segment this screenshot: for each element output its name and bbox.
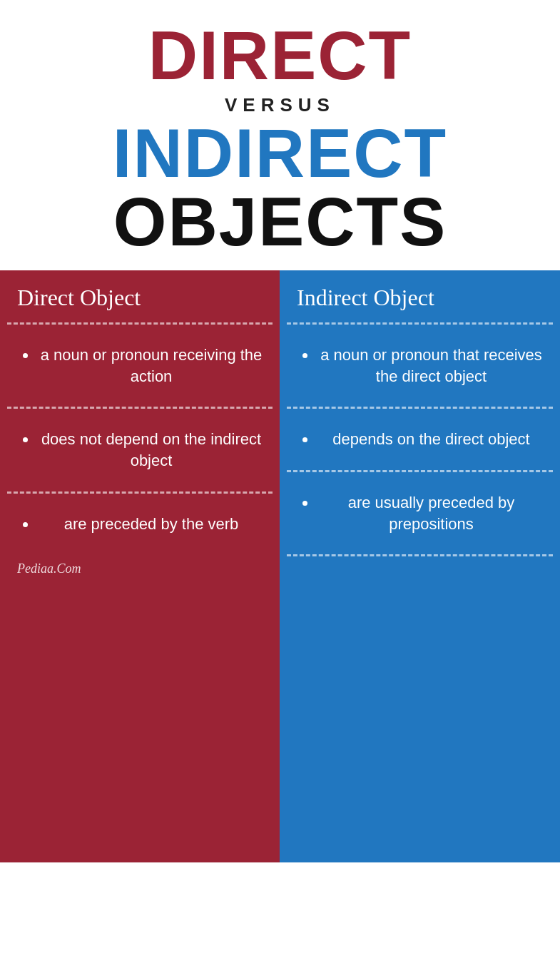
direct-section-2: does not depend on the indirect object [0, 409, 280, 491]
direct-object-heading: Direct Object [0, 270, 280, 322]
header-section: DIRECT VERSUS INDIRECT OBJECTS [0, 0, 560, 270]
direct-object-column: Direct Object a noun or pronoun receivin… [0, 270, 280, 862]
title-objects: OBJECTS [14, 188, 546, 256]
indirect-point-3: are usually preceded by prepositions [317, 492, 543, 534]
title-indirect: INDIRECT [14, 119, 546, 188]
watermark-container: Pediaa.Com [0, 554, 280, 586]
indirect-point-2: depends on the direct object [317, 429, 543, 450]
indirect-object-heading: Indirect Object [280, 270, 560, 322]
indirect-point-1: a noun or pronoun that receives the dire… [317, 345, 543, 387]
indirect-object-column: Indirect Object a noun or pronoun that r… [280, 270, 560, 862]
direct-point-3: are preceded by the verb [37, 514, 263, 535]
title-versus: VERSUS [14, 94, 546, 116]
direct-point-1: a noun or pronoun receiving the action [37, 345, 263, 387]
comparison-section: Direct Object a noun or pronoun receivin… [0, 270, 560, 862]
indirect-section-1: a noun or pronoun that receives the dire… [280, 325, 560, 407]
direct-section-1: a noun or pronoun receiving the action [0, 325, 280, 407]
title-direct: DIRECT [14, 21, 546, 90]
direct-point-2: does not depend on the indirect object [37, 429, 263, 471]
indirect-section-3: are usually preceded by prepositions [280, 472, 560, 554]
direct-section-3: are preceded by the verb [0, 494, 280, 555]
indirect-section-2: depends on the direct object [280, 409, 560, 470]
watermark-text: Pediaa.Com [17, 561, 81, 576]
